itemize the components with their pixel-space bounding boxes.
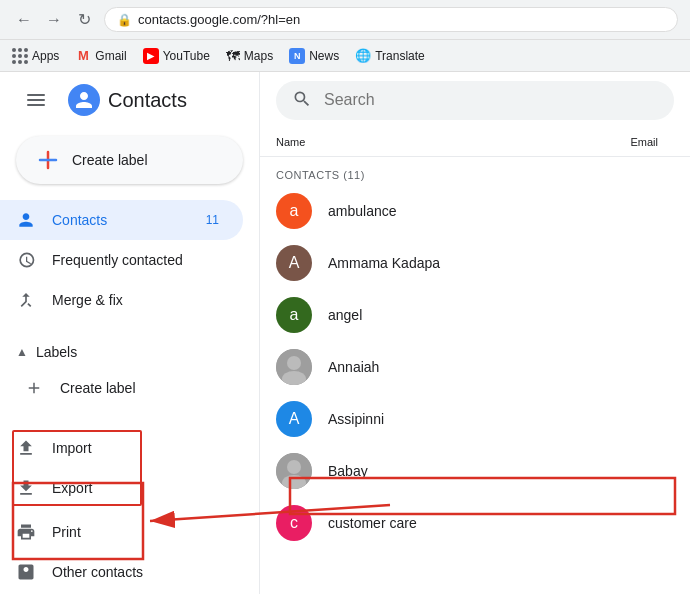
svg-point-9 bbox=[287, 460, 301, 474]
nav-item-import[interactable]: Import bbox=[0, 428, 243, 468]
app-logo: Contacts bbox=[68, 84, 187, 116]
contact-row[interactable]: a angel bbox=[260, 289, 690, 341]
main-content: Name Email CONTACTS (11) a ambulance A A… bbox=[260, 72, 690, 594]
create-label-nav-label: Create label bbox=[60, 380, 227, 396]
print-icon bbox=[16, 522, 36, 542]
search-icon bbox=[292, 89, 312, 112]
bookmark-translate-label: Translate bbox=[375, 49, 425, 63]
labels-section-label: Labels bbox=[36, 344, 77, 360]
avatar bbox=[276, 349, 312, 385]
labels-chevron-icon: ▲ bbox=[16, 345, 28, 359]
bookmark-youtube-label: YouTube bbox=[163, 49, 210, 63]
nav-item-merge[interactable]: Merge & fix bbox=[0, 280, 243, 320]
url-text: contacts.google.com/?hl=en bbox=[138, 12, 300, 27]
search-bar-container bbox=[260, 72, 690, 128]
bookmark-maps[interactable]: 🗺 Maps bbox=[226, 48, 273, 64]
other-contacts-nav-label: Other contacts bbox=[52, 564, 227, 580]
nav-item-print[interactable]: Print bbox=[0, 512, 243, 552]
import-export-group: Import Export bbox=[0, 428, 259, 508]
avatar: A bbox=[276, 245, 312, 281]
create-plus-icon bbox=[36, 148, 60, 172]
apps-grid-icon bbox=[12, 48, 28, 64]
refresh-button[interactable]: ↻ bbox=[72, 8, 96, 32]
bookmark-maps-label: Maps bbox=[244, 49, 273, 63]
search-bar[interactable] bbox=[276, 81, 674, 120]
contacts-list: CONTACTS (11) a ambulance A Ammama Kadap… bbox=[260, 157, 690, 594]
lock-icon: 🔒 bbox=[117, 13, 132, 27]
browser-bar: ← → ↻ 🔒 contacts.google.com/?hl=en bbox=[0, 0, 690, 40]
contact-name: Assipinni bbox=[328, 411, 674, 427]
contact-row[interactable]: Babay bbox=[260, 445, 690, 497]
avatar: A bbox=[276, 401, 312, 437]
search-input[interactable] bbox=[324, 91, 658, 109]
hamburger-button[interactable] bbox=[16, 80, 56, 120]
frequently-icon bbox=[16, 250, 36, 270]
create-contact-label: Create label bbox=[72, 152, 148, 168]
bookmark-gmail-label: Gmail bbox=[95, 49, 126, 63]
bookmark-news[interactable]: N News bbox=[289, 48, 339, 64]
nav-item-other-contacts[interactable]: Other contacts bbox=[0, 552, 243, 592]
app-title: Contacts bbox=[108, 89, 187, 112]
bookmark-apps[interactable]: Apps bbox=[12, 48, 59, 64]
bookmark-apps-label: Apps bbox=[32, 49, 59, 63]
bookmarks-bar: Apps M Gmail ▶ YouTube 🗺 Maps N News 🌐 T… bbox=[0, 40, 690, 72]
news-icon: N bbox=[289, 48, 305, 64]
contact-name: Annaiah bbox=[328, 359, 674, 375]
nav-item-export[interactable]: Export bbox=[0, 468, 243, 508]
svg-point-6 bbox=[287, 356, 301, 370]
contact-row[interactable]: a ambulance bbox=[260, 185, 690, 237]
contact-name: customer care bbox=[328, 515, 674, 531]
contact-row[interactable]: Annaiah bbox=[260, 341, 690, 393]
bookmark-gmail[interactable]: M Gmail bbox=[75, 48, 126, 64]
contact-row[interactable]: c customer care bbox=[260, 497, 690, 549]
contacts-header: Name Email bbox=[260, 128, 690, 157]
forward-button[interactable]: → bbox=[42, 8, 66, 32]
svg-rect-0 bbox=[27, 94, 45, 96]
translate-icon: 🌐 bbox=[355, 48, 371, 63]
contacts-nav-label: Contacts bbox=[52, 212, 182, 228]
print-nav-label: Print bbox=[52, 524, 227, 540]
sidebar: Contacts Create label bbox=[0, 72, 260, 594]
back-button[interactable]: ← bbox=[12, 8, 36, 32]
avatar: a bbox=[276, 297, 312, 333]
contacts-count-label: CONTACTS (11) bbox=[260, 157, 690, 185]
maps-icon: 🗺 bbox=[226, 48, 240, 64]
col-email-header: Email bbox=[630, 136, 674, 148]
nav-item-contacts[interactable]: Contacts 11 bbox=[0, 200, 243, 240]
address-bar[interactable]: 🔒 contacts.google.com/?hl=en bbox=[104, 7, 678, 32]
bookmark-translate[interactable]: 🌐 Translate bbox=[355, 48, 425, 63]
svg-rect-1 bbox=[27, 99, 45, 101]
frequently-nav-label: Frequently contacted bbox=[52, 252, 227, 268]
contact-name: Babay bbox=[328, 463, 674, 479]
contacts-icon bbox=[16, 210, 36, 230]
create-contact-button[interactable]: Create label bbox=[16, 136, 243, 184]
contacts-count-badge: 11 bbox=[198, 211, 227, 229]
bookmark-youtube[interactable]: ▶ YouTube bbox=[143, 48, 210, 64]
contact-row[interactable]: A Ammama Kadapa bbox=[260, 237, 690, 289]
youtube-icon: ▶ bbox=[143, 48, 159, 64]
export-icon bbox=[16, 478, 36, 498]
export-nav-label: Export bbox=[52, 480, 227, 496]
app-logo-icon bbox=[68, 84, 100, 116]
import-nav-label: Import bbox=[52, 440, 227, 456]
merge-nav-label: Merge & fix bbox=[52, 292, 227, 308]
avatar: c bbox=[276, 505, 312, 541]
col-name-header: Name bbox=[276, 136, 630, 148]
svg-rect-2 bbox=[27, 104, 45, 106]
labels-section-header[interactable]: ▲ Labels bbox=[0, 336, 259, 368]
create-label-icon bbox=[24, 378, 44, 398]
contact-row[interactable]: A Assipinni bbox=[260, 393, 690, 445]
contact-name: ambulance bbox=[328, 203, 674, 219]
other-contacts-icon bbox=[16, 562, 36, 582]
avatar bbox=[276, 453, 312, 489]
import-icon bbox=[16, 438, 36, 458]
sidebar-header: Contacts bbox=[0, 72, 259, 128]
app-container: Contacts Create label bbox=[0, 72, 690, 594]
nav-item-create-label[interactable]: Create label bbox=[0, 368, 243, 408]
avatar: a bbox=[276, 193, 312, 229]
browser-nav: ← → ↻ bbox=[12, 8, 96, 32]
merge-icon bbox=[16, 290, 36, 310]
contact-name: angel bbox=[328, 307, 674, 323]
gmail-icon: M bbox=[75, 48, 91, 64]
nav-item-frequently[interactable]: Frequently contacted bbox=[0, 240, 243, 280]
